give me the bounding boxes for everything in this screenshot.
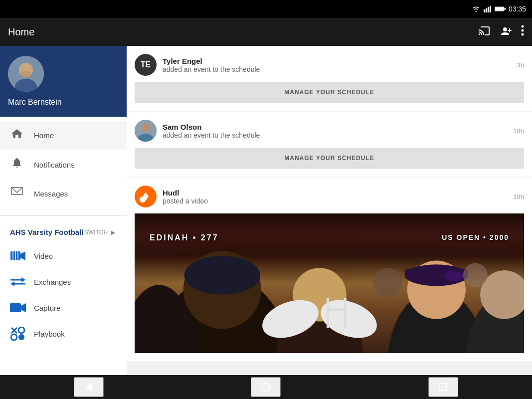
- playbook-label: Playbook: [34, 330, 65, 338]
- svg-point-32: [141, 123, 150, 132]
- sidebar-item-capture[interactable]: Capture: [10, 295, 117, 321]
- messages-icon: [10, 187, 24, 200]
- notifications-label: Notifications: [34, 161, 75, 169]
- svg-point-7: [503, 27, 507, 31]
- svg-marker-16: [20, 251, 25, 260]
- svg-rect-54: [327, 311, 329, 328]
- playbook-icon: [10, 327, 26, 341]
- status-bar: 03:35: [0, 0, 532, 18]
- svg-point-10: [522, 33, 524, 36]
- content-area: TE Tyler Engel added an event to the sch…: [127, 46, 532, 375]
- hudl-avatar: [135, 186, 157, 207]
- svg-point-49: [373, 268, 402, 297]
- svg-point-50: [463, 263, 488, 287]
- messages-label: Messages: [34, 190, 68, 198]
- exchanges-label: Exchanges: [34, 278, 71, 286]
- sam-time: 18h: [513, 127, 524, 135]
- home-icon: [10, 128, 24, 143]
- svg-marker-56: [86, 383, 92, 391]
- sidebar-item-playbook[interactable]: Playbook: [10, 321, 117, 347]
- main-layout: Marc Bernstein Home Notific: [0, 46, 532, 375]
- svg-rect-1: [486, 8, 487, 12]
- sidebar-item-exchanges[interactable]: Exchanges: [10, 269, 117, 295]
- svg-point-28: [18, 327, 24, 333]
- sam-olson-avatar: [135, 120, 157, 142]
- capture-icon: [10, 301, 26, 315]
- recents-button[interactable]: [428, 377, 458, 397]
- tyler-name: Tyler Engel: [163, 57, 511, 65]
- status-time: 03:35: [509, 5, 526, 13]
- svg-marker-23: [10, 281, 14, 286]
- svg-rect-51: [327, 308, 347, 311]
- cast-icon[interactable]: [478, 25, 491, 39]
- video-thumbnail[interactable]: EDINAH • 277 US OPEN • 2000: [135, 213, 524, 353]
- home-button[interactable]: [251, 377, 281, 397]
- hudl-time: 19h: [513, 193, 524, 200]
- sidebar-item-notifications[interactable]: Notifications: [0, 150, 127, 180]
- capture-label: Capture: [34, 304, 60, 312]
- svg-rect-53: [344, 298, 347, 311]
- svg-rect-2: [488, 7, 489, 12]
- svg-rect-24: [10, 303, 21, 312]
- switch-label: SWITCH: [84, 229, 108, 236]
- notification-header-3: Hudl posted a video 19h: [135, 186, 524, 207]
- sam-name: Sam Olson: [163, 123, 507, 131]
- add-account-icon[interactable]: [499, 24, 513, 39]
- team-nav-list: Video Exchanges: [10, 243, 117, 347]
- tyler-initials: TE: [141, 60, 151, 69]
- more-vert-icon[interactable]: [521, 25, 524, 39]
- sam-content: Sam Olson added an event to the schedule…: [163, 123, 507, 139]
- svg-rect-58: [440, 384, 447, 391]
- team-header: AHS Varsity Football SWITCH ►: [10, 228, 117, 237]
- manage-schedule-btn-2[interactable]: MANAGE YOUR SCHEDULE: [135, 148, 524, 169]
- app-bar-title: Home: [8, 26, 470, 38]
- svg-rect-0: [484, 9, 485, 12]
- home-label: Home: [34, 131, 54, 140]
- video-label: Video: [34, 252, 53, 260]
- notification-card-3: Hudl posted a video 19h EDINAH • 277 US …: [127, 178, 532, 361]
- back-button[interactable]: [74, 377, 104, 397]
- signal-icon: [484, 5, 492, 12]
- video-icon: [10, 249, 26, 263]
- nav-divider: [0, 215, 127, 216]
- svg-point-45: [444, 271, 463, 281]
- sidebar-header: Marc Bernstein: [0, 46, 127, 117]
- bottom-nav: [0, 375, 532, 399]
- status-icons: 03:35: [472, 5, 526, 13]
- svg-point-14: [20, 71, 31, 78]
- svg-rect-55: [344, 311, 347, 328]
- nav-list: Home Notifications Mess: [0, 117, 127, 211]
- svg-point-29: [11, 334, 17, 340]
- svg-point-9: [522, 29, 524, 32]
- switch-button[interactable]: SWITCH ►: [84, 228, 117, 236]
- tyler-action: added an event to the schedule.: [163, 65, 511, 73]
- sidebar-item-home[interactable]: Home: [0, 121, 127, 150]
- hudl-content: Hudl posted a video: [163, 189, 507, 205]
- manage-schedule-btn-1[interactable]: MANAGE YOUR SCHEDULE: [135, 82, 524, 103]
- svg-point-8: [522, 25, 524, 28]
- chair-svg: [322, 293, 352, 333]
- notification-card-1: TE Tyler Engel added an event to the sch…: [127, 46, 532, 111]
- svg-rect-3: [490, 6, 491, 12]
- tyler-time: 3h: [517, 61, 524, 69]
- user-name: Marc Bernstein: [8, 98, 62, 107]
- hudl-name: Hudl: [163, 189, 507, 197]
- app-bar: Home: [0, 18, 532, 46]
- sidebar-item-video[interactable]: Video: [10, 243, 117, 269]
- sidebar: Marc Bernstein Home Notific: [0, 46, 127, 375]
- avatar: [8, 56, 44, 92]
- svg-rect-5: [505, 8, 506, 10]
- tyler-content: Tyler Engel added an event to the schedu…: [163, 57, 511, 73]
- team-section: AHS Varsity Football SWITCH ►: [0, 220, 127, 351]
- svg-marker-21: [21, 277, 25, 282]
- svg-point-30: [18, 334, 24, 340]
- notification-header-2: Sam Olson added an event to the schedule…: [135, 120, 524, 142]
- svg-rect-6: [495, 7, 504, 10]
- hudl-action: posted a video: [163, 197, 507, 205]
- battery-icon: [495, 6, 506, 12]
- sam-action: added an event to the schedule.: [163, 131, 507, 139]
- tyler-engel-avatar: TE: [135, 54, 157, 76]
- svg-marker-25: [21, 303, 26, 312]
- sidebar-item-messages[interactable]: Messages: [0, 180, 127, 207]
- team-name: AHS Varsity Football: [10, 228, 84, 237]
